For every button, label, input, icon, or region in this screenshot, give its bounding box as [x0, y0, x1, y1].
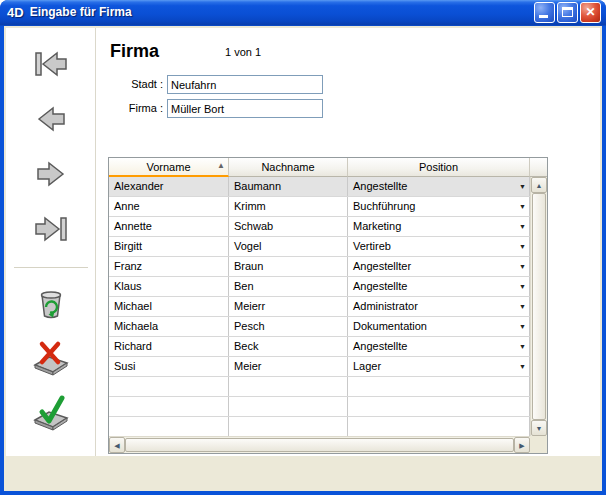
form-panel: Firma 1 von 1 Stadt : Firma : Vorname ▲ … [6, 28, 600, 456]
table-row[interactable]: Richard Beck Angestellte▼ [109, 337, 530, 357]
empty-cell [229, 377, 348, 396]
table-row[interactable]: Franz Braun Angestellter▼ [109, 257, 530, 277]
first-record-button[interactable] [24, 41, 78, 87]
scroll-down-button[interactable]: ▼ [531, 420, 547, 436]
cell-nachname[interactable]: Pesch [229, 317, 348, 336]
close-icon: ✕ [581, 3, 600, 22]
cell-vorname[interactable]: Michael [109, 297, 229, 316]
table-row[interactable]: Birgitt Vogel Vertireb▼ [109, 237, 530, 257]
scroll-up-button[interactable]: ▲ [531, 177, 547, 193]
maximize-button[interactable] [557, 2, 578, 23]
titlebar[interactable]: 4D Eingabe für Firma ✕ [0, 0, 606, 26]
cell-vorname[interactable]: Franz [109, 257, 229, 276]
cell-position[interactable]: Lager▼ [348, 357, 530, 376]
dropdown-arrow-icon[interactable]: ▼ [519, 363, 526, 370]
cell-vorname[interactable]: Michaela [109, 317, 229, 336]
cell-position[interactable]: Dokumentation▼ [348, 317, 530, 336]
column-label: Nachname [261, 161, 314, 173]
cell-vorname[interactable]: Klaus [109, 277, 229, 296]
column-header-vorname[interactable]: Vorname ▲ [109, 158, 229, 177]
table-row[interactable]: Michaela Pesch Dokumentation▼ [109, 317, 530, 337]
cell-position[interactable]: Angestellter▼ [348, 257, 530, 276]
dropdown-arrow-icon[interactable]: ▼ [519, 323, 526, 330]
cell-position[interactable]: Vertireb▼ [348, 237, 530, 256]
position-value: Dokumentation [353, 320, 427, 332]
cell-position[interactable]: Angestellte▼ [348, 277, 530, 296]
empty-cell [229, 417, 348, 436]
table-row[interactable]: Susi Meier Lager▼ [109, 357, 530, 377]
table-row-empty [109, 377, 530, 397]
cell-position[interactable]: Angestellte▼ [348, 337, 530, 356]
cell-vorname[interactable]: Birgitt [109, 237, 229, 256]
vertical-scroll-thumb[interactable] [532, 193, 546, 420]
dropdown-arrow-icon[interactable]: ▼ [519, 263, 526, 270]
position-value: Angestellte [353, 180, 407, 192]
last-record-button[interactable] [24, 206, 78, 252]
cell-nachname[interactable]: Meierr [229, 297, 348, 316]
cell-vorname[interactable]: Alexander [109, 177, 229, 196]
dropdown-arrow-icon[interactable]: ▼ [519, 243, 526, 250]
column-header-position[interactable]: Position [348, 158, 530, 177]
table-row-empty [109, 417, 530, 436]
cell-position[interactable]: Administrator▼ [348, 297, 530, 316]
close-button[interactable]: ✕ [580, 2, 601, 23]
dropdown-arrow-icon[interactable]: ▼ [519, 223, 526, 230]
column-header-nachname[interactable]: Nachname [229, 158, 348, 177]
cell-nachname[interactable]: Ben [229, 277, 348, 296]
table-row[interactable]: Anne Krimm Buchführung▼ [109, 197, 530, 217]
cell-nachname[interactable]: Krimm [229, 197, 348, 216]
cell-position[interactable]: Buchführung▼ [348, 197, 530, 216]
dropdown-arrow-icon[interactable]: ▼ [519, 203, 526, 210]
empty-cell [348, 417, 530, 436]
position-value: Buchführung [353, 200, 415, 212]
cell-vorname[interactable]: Annette [109, 217, 229, 236]
stadt-input[interactable] [167, 75, 323, 94]
record-toolbar [6, 28, 96, 456]
cell-position[interactable]: Angestellte▼ [348, 177, 530, 196]
scrollbar-corner [530, 436, 547, 453]
cell-position[interactable]: Marketing▼ [348, 217, 530, 236]
table-row[interactable]: Annette Schwab Marketing▼ [109, 217, 530, 237]
table-row[interactable]: Michael Meierr Administrator▼ [109, 297, 530, 317]
cell-nachname[interactable]: Schwab [229, 217, 348, 236]
cell-vorname[interactable]: Richard [109, 337, 229, 356]
cell-nachname[interactable]: Meier [229, 357, 348, 376]
position-value: Administrator [353, 300, 418, 312]
next-record-icon [31, 154, 71, 194]
cell-nachname[interactable]: Beck [229, 337, 348, 356]
app-icon-4d[interactable]: 4D [7, 5, 24, 20]
table-row[interactable]: Klaus Ben Angestellte▼ [109, 277, 530, 297]
empty-cell [348, 397, 530, 416]
cell-vorname[interactable]: Anne [109, 197, 229, 216]
scroll-right-button[interactable]: ▶ [514, 437, 530, 453]
next-record-button[interactable] [24, 151, 78, 197]
vertical-scrollbar[interactable]: ▲ ▼ [530, 177, 547, 436]
empty-cell [109, 417, 229, 436]
dropdown-arrow-icon[interactable]: ▼ [519, 183, 526, 190]
position-value: Angestellte [353, 340, 407, 352]
horizontal-scroll-thumb[interactable] [125, 438, 514, 452]
minimize-button[interactable] [534, 2, 555, 23]
cell-vorname[interactable]: Susi [109, 357, 229, 376]
dropdown-arrow-icon[interactable]: ▼ [519, 283, 526, 290]
first-record-icon [31, 44, 71, 84]
delete-record-button[interactable] [24, 280, 78, 326]
previous-record-button[interactable] [24, 96, 78, 142]
dropdown-arrow-icon[interactable]: ▼ [519, 343, 526, 350]
validate-button[interactable] [24, 390, 78, 436]
cancel-button[interactable] [24, 335, 78, 381]
empty-cell [348, 377, 530, 396]
cell-nachname[interactable]: Vogel [229, 237, 348, 256]
horizontal-scrollbar[interactable]: ◀ ▶ [109, 436, 530, 453]
trash-recycle-icon [31, 283, 71, 323]
window-content: Firma 1 von 1 Stadt : Firma : Vorname ▲ … [4, 26, 602, 491]
firma-input[interactable] [167, 99, 323, 118]
last-record-icon [31, 209, 71, 249]
dropdown-arrow-icon[interactable]: ▼ [519, 303, 526, 310]
table-row[interactable]: Alexander Baumann Angestellte▼ [109, 177, 530, 197]
table-row-empty [109, 397, 530, 417]
column-label: Vorname [146, 161, 190, 173]
cell-nachname[interactable]: Braun [229, 257, 348, 276]
cell-nachname[interactable]: Baumann [229, 177, 348, 196]
scroll-left-button[interactable]: ◀ [109, 437, 125, 453]
